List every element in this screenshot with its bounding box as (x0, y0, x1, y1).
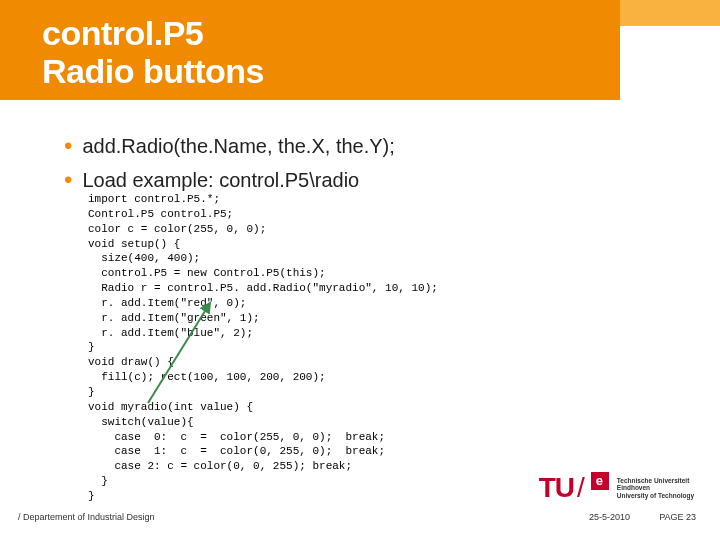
bullet-item: Load example: control.P5\radio (64, 162, 395, 196)
banner-accent (620, 0, 720, 26)
footer-date: 25-5-2010 (589, 512, 630, 522)
university-logo: TU/ Technische Universiteit Eindhoven Un… (539, 472, 694, 504)
logo-text-line: University of Technology (617, 492, 694, 499)
slide: control.P5 Radio buttons add.Radio(the.N… (0, 0, 720, 540)
logo-tu: TU (539, 472, 574, 504)
logo-text-line: Technische Universiteit (617, 477, 694, 484)
title-line-2: Radio buttons (42, 52, 264, 91)
footer-page: PAGE 23 (659, 512, 696, 522)
logo-slash: / (577, 472, 585, 504)
title-line-1: control.P5 (42, 14, 203, 53)
logo-text: Technische Universiteit Eindhoven Univer… (617, 477, 694, 499)
logo-text-line: Eindhoven (617, 484, 694, 491)
code-block: import control.P5.*; Control.P5 control.… (88, 192, 438, 504)
logo-e-square (591, 474, 611, 502)
bullet-list: add.Radio(the.Name, the.X, the.Y); Load … (64, 128, 395, 195)
bullet-item: add.Radio(the.Name, the.X, the.Y); (64, 128, 395, 162)
footer-department: / Departement of Industrial Design (18, 512, 155, 522)
